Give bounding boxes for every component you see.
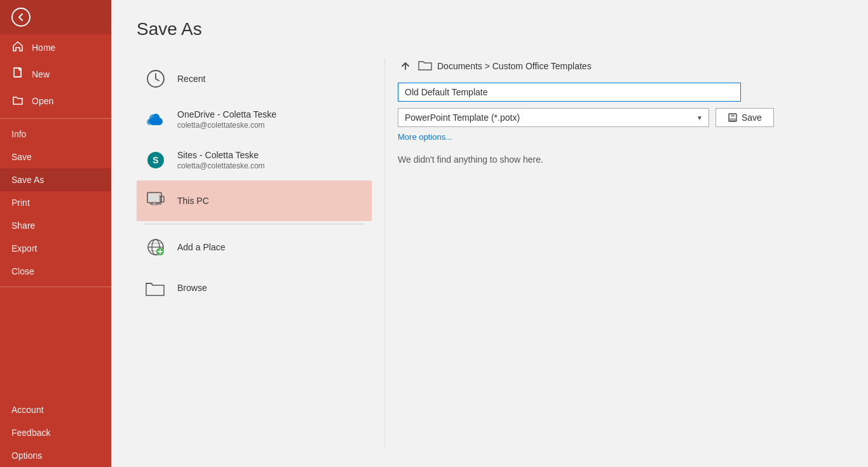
back-button[interactable] (0, 0, 111, 34)
filetype-select-wrapper: PowerPoint Template (*.potx) PowerPoint … (398, 108, 709, 127)
location-add-place-name: Add a Place (177, 242, 364, 252)
sidebar-nav-bottom: Account Feedback Options (0, 398, 111, 467)
sidebar-nav-middle: Info Save Save As Print Share Export Clo… (0, 123, 111, 283)
location-onedrive-name: OneDrive - Coletta Teske (177, 109, 364, 119)
sidebar-item-feedback[interactable]: Feedback (0, 421, 111, 444)
location-sites-email: coletta@colettateske.com (177, 161, 364, 170)
sidebar-divider-2 (0, 287, 111, 287)
locations-panel: Recent OneDrive - Coletta Teske coletta@… (137, 58, 384, 448)
filetype-select[interactable]: PowerPoint Template (*.potx) PowerPoint … (398, 108, 709, 127)
save-panel: Documents > Custom Office Templates Powe… (384, 58, 843, 448)
location-item-add-place[interactable]: Add a Place (137, 227, 372, 267)
location-item-this-pc[interactable]: This PC (137, 180, 372, 221)
sidebar: Home New Open (0, 0, 111, 467)
recent-icon (144, 67, 167, 90)
filetype-row: PowerPoint Template (*.potx) PowerPoint … (398, 108, 843, 127)
sidebar-item-home[interactable]: Home (0, 34, 111, 61)
filename-input[interactable] (398, 83, 741, 102)
new-icon (11, 67, 24, 81)
sidebar-item-info[interactable]: Info (0, 123, 111, 146)
svg-rect-17 (160, 196, 164, 202)
location-item-browse[interactable]: Browse (137, 267, 372, 308)
back-icon (11, 8, 31, 27)
location-item-sites[interactable]: S Sites - Coletta Teske coletta@colettat… (137, 140, 372, 180)
sharepoint-icon: S (144, 149, 167, 172)
sidebar-item-print[interactable]: Print (0, 191, 111, 214)
sidebar-divider-1 (0, 118, 111, 119)
add-place-icon (144, 236, 167, 259)
sidebar-item-share[interactable]: Share (0, 214, 111, 237)
open-label: Open (32, 96, 53, 106)
sidebar-item-options[interactable]: Options (0, 444, 111, 467)
location-onedrive-email: coletta@colettateske.com (177, 121, 364, 130)
location-item-onedrive[interactable]: OneDrive - Coletta Teske coletta@coletta… (137, 99, 372, 140)
onedrive-icon (144, 108, 167, 131)
sidebar-item-export[interactable]: Export (0, 237, 111, 260)
location-item-recent[interactable]: Recent (137, 58, 372, 99)
pc-icon (144, 189, 167, 212)
save-button-label: Save (742, 112, 762, 123)
svg-rect-23 (729, 118, 736, 121)
page-title: Save As (137, 19, 843, 39)
breadcrumb-up-button[interactable] (398, 58, 413, 74)
sidebar-nav-top: Home New Open (0, 34, 111, 114)
svg-rect-16 (151, 205, 158, 206)
browse-icon (144, 276, 167, 299)
home-label: Home (32, 43, 55, 53)
svg-rect-14 (149, 194, 160, 201)
content-area: Recent OneDrive - Coletta Teske coletta@… (137, 58, 843, 448)
location-sites-name: Sites - Coletta Teske (177, 150, 364, 160)
more-options-link[interactable]: More options... (398, 132, 843, 142)
main-content: Save As Recent (111, 0, 868, 467)
svg-rect-22 (731, 114, 735, 117)
open-icon (11, 94, 24, 108)
location-browse-name: Browse (177, 283, 364, 293)
breadcrumb-row: Documents > Custom Office Templates (398, 58, 843, 74)
location-pc-name: This PC (177, 196, 364, 206)
new-label: New (32, 69, 50, 79)
svg-text:S: S (153, 155, 158, 165)
breadcrumb-path: Documents > Custom Office Templates (437, 61, 592, 71)
location-divider (144, 224, 364, 224)
sidebar-item-new[interactable]: New (0, 61, 111, 88)
save-button[interactable]: Save (715, 108, 774, 127)
breadcrumb-folder-icon (418, 59, 432, 74)
sidebar-item-save[interactable]: Save (0, 146, 111, 168)
location-recent-name: Recent (177, 74, 364, 84)
sidebar-item-save-as[interactable]: Save As (0, 168, 111, 191)
home-icon (11, 41, 24, 55)
empty-message: We didn't find anything to show here. (398, 154, 843, 165)
sidebar-item-open[interactable]: Open (0, 88, 111, 114)
sidebar-item-close[interactable]: Close (0, 260, 111, 283)
sidebar-item-account[interactable]: Account (0, 398, 111, 421)
svg-rect-15 (153, 203, 156, 205)
